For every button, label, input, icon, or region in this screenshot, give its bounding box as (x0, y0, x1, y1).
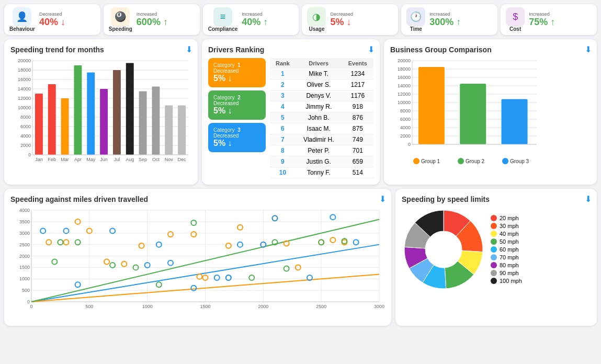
business-group-title: Business Group Comparison (390, 46, 591, 54)
svg-text:Nov: Nov (165, 157, 174, 162)
svg-point-166 (354, 240, 359, 245)
svg-text:18000: 18000 (398, 66, 411, 72)
donut-layout: 20 mph 30 mph 40 mph 50 mph 60 mph 70 mp… (402, 208, 591, 291)
category-badge-3: Category 3 Decreased 5% ↓ (208, 123, 266, 152)
svg-point-146 (249, 275, 254, 280)
kpi-status-compliance: Increased (242, 12, 263, 17)
svg-text:8000: 8000 (400, 108, 411, 113)
kpi-icon-group-compliance: ≡ Compliance (208, 7, 238, 32)
svg-text:Jan: Jan (35, 157, 43, 162)
scatter-download[interactable]: ⬇ (379, 194, 386, 204)
kpi-name-time: Time (410, 26, 422, 32)
legend-dot-50 mph (491, 238, 497, 245)
kpi-icon-group-time: 🕐 Time (406, 7, 425, 32)
kpi-card-behaviour: 👤 Behaviour Decreased 40% ↓ (4, 4, 100, 35)
events-cell: 918 (342, 101, 373, 112)
svg-point-122 (104, 259, 109, 264)
kpi-value-usage: 5% ↓ (330, 17, 351, 28)
svg-point-157 (168, 260, 173, 266)
kpi-status-speeding: Increased (137, 12, 157, 17)
driver-cell: Peter P. (296, 145, 342, 156)
svg-text:2000: 2000 (258, 304, 268, 309)
svg-point-79 (502, 158, 508, 164)
scatter-title: Speeding against miles driven travelled (10, 195, 385, 203)
legend-dot-70 mph (491, 254, 497, 260)
business-group-download[interactable]: ⬇ (585, 44, 592, 54)
svg-text:500: 500 (22, 288, 30, 293)
svg-point-126 (191, 232, 196, 237)
svg-text:3000: 3000 (374, 304, 384, 309)
legend-item-40-mph: 40 mph (491, 231, 522, 237)
svg-text:Oct: Oct (152, 157, 160, 162)
legend-item-90-mph: 90 mph (491, 270, 522, 276)
svg-rect-28 (74, 65, 82, 155)
svg-text:6000: 6000 (20, 124, 31, 129)
svg-text:1000: 1000 (19, 276, 30, 281)
scatter-chart-svg: 0500100015002000250030003500400005001000… (10, 208, 384, 317)
svg-point-125 (168, 232, 173, 237)
svg-text:14000: 14000 (398, 83, 411, 88)
kpi-inner-behaviour: Decreased 40% ↓ (39, 12, 65, 28)
cat-status-2: Decreased (213, 100, 260, 106)
svg-point-141 (110, 263, 115, 268)
drivers-table: RankDriversEvents 1 Mike T. 1234 2 Olive… (270, 58, 373, 178)
donut-download[interactable]: ⬇ (585, 194, 592, 204)
cat-label-2: Category 2 (213, 95, 260, 100)
drivers-ranking-download[interactable]: ⬇ (368, 44, 375, 54)
svg-rect-38 (139, 92, 147, 155)
donut-chart-card: Speeding by speed limits ⬇ 20 mph 30 mph… (395, 189, 597, 326)
kpi-status-behaviour: Decreased (39, 12, 62, 17)
legend-label-90 mph: 90 mph (500, 270, 519, 276)
kpi-name-usage: Usage (309, 26, 324, 32)
kpi-value-speeding: 600% ↑ (137, 17, 168, 28)
kpi-card-compliance: ≡ Compliance Increased 40% ↑ (203, 4, 299, 35)
kpi-name-cost: Cost (509, 26, 521, 32)
kpi-icon-speeding: 🎱 (111, 7, 130, 26)
svg-text:8000: 8000 (20, 115, 31, 120)
svg-point-163 (273, 215, 278, 221)
svg-text:10000: 10000 (18, 105, 31, 110)
events-cell: 659 (342, 156, 373, 167)
kpi-name-behaviour: Behaviour (9, 26, 35, 32)
speeding-trend-download[interactable]: ⬇ (186, 44, 192, 54)
svg-point-118 (46, 240, 51, 245)
driver-cell: Justin G. (296, 156, 342, 167)
category-badge-1: Category 1 Decreased 5% ↓ (208, 58, 266, 87)
kpi-card-time: 🕐 Time Increased 300% ↑ (401, 4, 497, 35)
svg-text:500: 500 (85, 304, 93, 309)
drivers-ranking-title: Drivers Ranking (208, 46, 373, 54)
svg-rect-30 (87, 73, 95, 155)
legend-label-20 mph: 20 mph (500, 215, 519, 221)
svg-rect-42 (165, 106, 173, 155)
rank-cell: 9 (270, 156, 296, 167)
main-charts-row: Speeding trend for months ⬇ 020004000600… (4, 39, 597, 185)
svg-text:14000: 14000 (18, 86, 31, 92)
svg-rect-26 (61, 98, 69, 155)
svg-point-119 (64, 240, 69, 245)
svg-text:Jun: Jun (100, 157, 108, 162)
rank-cell: 2 (270, 79, 296, 90)
svg-text:16000: 16000 (18, 77, 31, 82)
svg-point-130 (237, 225, 243, 230)
kpi-name-speeding: Speeding (109, 26, 132, 32)
svg-text:12000: 12000 (398, 92, 411, 97)
svg-text:0: 0 (30, 304, 32, 309)
svg-text:Sep: Sep (139, 157, 147, 162)
legend-label-60 mph: 60 mph (500, 246, 519, 253)
kpi-status-time: Increased (429, 12, 450, 17)
svg-text:18000: 18000 (18, 67, 31, 73)
kpi-value-cost: 75% ↑ (529, 17, 555, 28)
driver-cell: Jimmy R. (296, 101, 342, 112)
svg-point-159 (214, 275, 220, 280)
kpi-name-compliance: Compliance (208, 26, 238, 32)
svg-rect-22 (35, 94, 43, 155)
svg-rect-72 (502, 99, 528, 144)
svg-point-143 (156, 282, 162, 287)
driver-cell: Tonny F. (296, 167, 342, 178)
svg-point-154 (110, 228, 115, 233)
svg-text:4000: 4000 (400, 125, 411, 130)
svg-point-165 (330, 214, 335, 220)
table-row: 8 Peter P. 701 (270, 145, 373, 156)
svg-text:2500: 2500 (19, 242, 30, 247)
svg-rect-34 (113, 70, 121, 155)
